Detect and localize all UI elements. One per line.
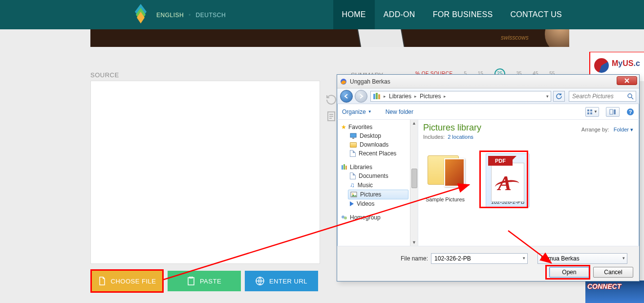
tree-homegroup[interactable]: Homegroup — [341, 213, 416, 222]
refresh-button[interactable] — [553, 91, 565, 102]
nav-forward-button[interactable] — [355, 90, 367, 103]
lang-deutsch[interactable]: DEUTSCH — [196, 12, 226, 19]
arrange-by: Arrange by: Folder ▾ — [581, 127, 633, 133]
library-subtitle: Includes: 2 locations — [423, 134, 634, 140]
help-icon[interactable]: ? — [626, 108, 634, 116]
tree-documents[interactable]: Documents — [341, 172, 416, 180]
source-textarea[interactable] — [90, 81, 320, 264]
svg-rect-20 — [343, 164, 345, 170]
scroll-up-icon[interactable]: ▲ — [412, 121, 416, 126]
crumb-libraries[interactable]: Libraries — [387, 93, 413, 100]
desktop-icon — [350, 133, 357, 139]
enter-url-button[interactable]: ENTER URL — [245, 271, 318, 291]
preview-pane-button[interactable] — [606, 107, 620, 117]
dialog-title: Unggah Berkas — [350, 78, 390, 85]
firefox-icon — [340, 78, 347, 85]
globe-icon — [594, 58, 609, 73]
dialog-footer: File name: 102-326-2-PB ▾ Semua Berkas ▾… — [337, 246, 639, 281]
swisscows-label: swisscows — [501, 34, 529, 41]
view-mode-button[interactable]: ▼ — [585, 107, 599, 117]
nav-contact[interactable]: CONTACT US — [501, 0, 571, 29]
folder-icon — [350, 142, 357, 148]
organize-menu[interactable]: Organize▼ — [342, 108, 372, 115]
file-sample-pictures[interactable]: Sample Pictures — [423, 153, 467, 207]
svg-rect-5 — [373, 94, 375, 99]
svg-rect-14 — [614, 109, 616, 114]
svg-rect-9 — [587, 109, 589, 111]
document-icon[interactable] — [325, 110, 337, 122]
svg-rect-17 — [350, 133, 356, 137]
tree-scrollbar[interactable]: ▲ ▼ — [410, 120, 418, 246]
svg-rect-11 — [587, 112, 589, 114]
svg-rect-19 — [342, 165, 343, 170]
tree-music[interactable]: ♫Music — [341, 180, 416, 190]
svg-rect-21 — [345, 166, 347, 170]
search-input[interactable]: Search Pictures — [569, 91, 636, 102]
nav-addon[interactable]: ADD-ON — [375, 0, 424, 29]
address-dropdown-icon[interactable]: ▾ — [544, 94, 551, 99]
music-icon: ♫ — [350, 181, 355, 189]
pictures-icon — [350, 192, 357, 197]
tree-recent[interactable]: Recent Places — [341, 149, 416, 158]
pdf-badge: PDF — [488, 156, 513, 166]
dialog-titlebar[interactable]: Unggah Berkas — [337, 75, 639, 88]
homegroup-icon — [341, 215, 348, 220]
open-button[interactable]: Open — [549, 267, 589, 278]
chevron-down-icon[interactable]: ▾ — [523, 256, 525, 260]
locations-link[interactable]: 2 locations — [448, 134, 473, 140]
new-folder-button[interactable]: New folder — [386, 108, 413, 115]
filename-combo[interactable]: 102-326-2-PB ▾ — [431, 253, 528, 264]
top-nav-bar: ENGLISH • DEUTSCH HOME ADD-ON FOR BUSINE… — [0, 0, 644, 29]
file-list-area[interactable]: Pictures library Includes: 2 locations A… — [418, 120, 639, 246]
svg-text:?: ? — [629, 109, 632, 115]
nav-business[interactable]: FOR BUSINESS — [424, 0, 502, 29]
search-icon — [627, 93, 634, 100]
scroll-down-icon[interactable]: ▼ — [412, 240, 416, 245]
svg-rect-7 — [378, 94, 380, 99]
tree-libraries[interactable]: Libraries — [341, 163, 416, 172]
site-logo — [132, 3, 150, 27]
file-pdf[interactable]: PDF A 102-326-2-PB — [486, 153, 530, 207]
choose-file-button[interactable]: CHOOSE FILE — [90, 271, 164, 291]
source-heading: SOURCE — [90, 71, 119, 79]
ad-connect4[interactable]: CONNECT — [585, 281, 644, 303]
lang-english[interactable]: ENGLISH — [156, 12, 184, 19]
close-button[interactable] — [617, 76, 637, 85]
tree-videos[interactable]: Videos — [341, 199, 416, 208]
nav-back-button[interactable] — [340, 90, 353, 103]
video-icon — [350, 201, 354, 206]
svg-point-8 — [628, 94, 632, 98]
scroll-thumb[interactable] — [411, 169, 417, 188]
svg-rect-10 — [590, 109, 592, 111]
cancel-button[interactable]: Cancel — [593, 267, 633, 278]
file-type-filter[interactable]: Semua Berkas ▾ — [537, 253, 627, 264]
svg-rect-18 — [352, 138, 354, 139]
libraries-icon — [373, 93, 381, 100]
tree-downloads[interactable]: Downloads — [341, 140, 416, 149]
paste-button[interactable]: PASTE — [168, 271, 241, 291]
hero-banner: swisscows — [90, 29, 569, 47]
tree-pictures[interactable]: Pictures — [348, 190, 408, 199]
refresh-icon[interactable] — [325, 94, 337, 106]
chevron-down-icon[interactable]: ▾ — [623, 256, 625, 260]
arrange-by-dropdown[interactable]: Folder ▾ — [614, 127, 633, 132]
filename-label: File name: — [401, 255, 428, 262]
svg-rect-1 — [188, 278, 194, 285]
page-icon — [350, 150, 356, 157]
action-button-row: CHOOSE FILE PASTE ENTER URL — [90, 271, 318, 291]
document-icon — [350, 173, 356, 179]
tree-desktop[interactable]: Desktop — [341, 131, 416, 140]
dialog-toolbar: Organize▼ New folder ▼ ? — [337, 104, 639, 120]
dialog-nav-strip: ▸ Libraries ▸ Pictures ▸ ▾ Search Pictur… — [337, 88, 639, 104]
svg-rect-13 — [610, 109, 613, 114]
libraries-icon — [341, 164, 348, 170]
star-icon: ★ — [341, 124, 346, 130]
svg-rect-12 — [590, 112, 592, 114]
folder-tree[interactable]: ★Favorites Desktop Downloads Recent Plac… — [337, 120, 418, 246]
tree-favorites[interactable]: ★Favorites — [341, 123, 416, 131]
language-switch[interactable]: ENGLISH • DEUTSCH — [156, 12, 226, 19]
file-open-dialog: Unggah Berkas ▸ Libraries ▸ Pictures ▸ ▾… — [337, 74, 640, 281]
crumb-pictures[interactable]: Pictures — [418, 93, 443, 100]
address-bar[interactable]: ▸ Libraries ▸ Pictures ▸ ▾ — [370, 91, 551, 102]
nav-home[interactable]: HOME — [333, 0, 375, 29]
